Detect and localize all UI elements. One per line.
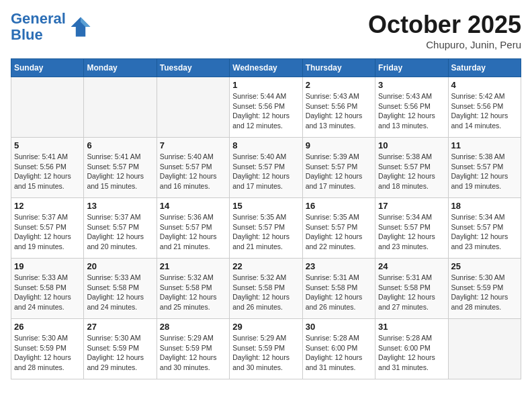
day-number: 17 [378,201,445,211]
calendar-table: SundayMondayTuesdayWednesdayThursdayFrid… [11,58,521,379]
day-info: Sunrise: 5:35 AMSunset: 5:57 PMDaylight:… [232,212,299,252]
calendar-cell: 13Sunrise: 5:37 AMSunset: 5:57 PMDayligh… [84,198,157,259]
title-area: October 2025 Chupuro, Junin, Peru [368,11,521,50]
calendar-cell: 11Sunrise: 5:38 AMSunset: 5:57 PMDayligh… [448,138,521,198]
calendar-cell: 23Sunrise: 5:31 AMSunset: 5:58 PMDayligh… [302,259,375,319]
calendar-cell: 2Sunrise: 5:43 AMSunset: 5:56 PMDaylight… [302,77,375,138]
day-number: 30 [306,322,372,332]
calendar-cell: 24Sunrise: 5:31 AMSunset: 5:58 PMDayligh… [375,259,448,319]
day-number: 20 [87,261,153,271]
day-number: 1 [232,80,299,90]
calendar-cell: 20Sunrise: 5:33 AMSunset: 5:58 PMDayligh… [84,259,157,319]
day-number: 13 [87,201,153,211]
calendar-cell: 18Sunrise: 5:34 AMSunset: 5:57 PMDayligh… [448,198,521,259]
calendar-cell: 30Sunrise: 5:28 AMSunset: 6:00 PMDayligh… [302,319,375,379]
day-info: Sunrise: 5:28 AMSunset: 6:00 PMDaylight:… [306,333,372,373]
calendar-cell: 26Sunrise: 5:30 AMSunset: 5:59 PMDayligh… [11,319,84,379]
calendar-cell: 10Sunrise: 5:38 AMSunset: 5:57 PMDayligh… [375,138,448,198]
calendar-cell: 22Sunrise: 5:32 AMSunset: 5:58 PMDayligh… [230,259,302,319]
weekday-header: Tuesday [157,59,229,77]
day-number: 29 [232,322,299,332]
calendar-cell: 4Sunrise: 5:42 AMSunset: 5:56 PMDaylight… [448,77,521,138]
calendar-cell: 3Sunrise: 5:43 AMSunset: 5:56 PMDaylight… [375,77,448,138]
weekday-header: Saturday [448,59,521,77]
calendar-cell [11,77,84,138]
month-title: October 2025 [368,11,521,39]
calendar-cell: 8Sunrise: 5:40 AMSunset: 5:57 PMDaylight… [230,138,302,198]
day-number: 6 [87,140,153,150]
day-number: 19 [14,261,81,271]
day-info: Sunrise: 5:40 AMSunset: 5:57 PMDaylight:… [232,152,299,191]
day-info: Sunrise: 5:41 AMSunset: 5:57 PMDaylight:… [87,152,153,191]
logo-icon [69,15,93,39]
day-number: 25 [451,261,518,271]
weekday-header: Friday [375,59,448,77]
day-info: Sunrise: 5:42 AMSunset: 5:56 PMDaylight:… [451,91,518,131]
day-info: Sunrise: 5:34 AMSunset: 5:57 PMDaylight:… [451,212,518,252]
day-info: Sunrise: 5:35 AMSunset: 5:57 PMDaylight:… [306,212,372,252]
calendar-cell [157,77,229,138]
day-info: Sunrise: 5:43 AMSunset: 5:56 PMDaylight:… [378,91,445,131]
weekday-header: Sunday [11,59,84,77]
day-number: 2 [306,80,372,90]
calendar-cell [84,77,157,138]
day-number: 27 [87,322,153,332]
day-number: 16 [306,201,372,211]
day-number: 9 [306,140,372,150]
calendar-cell: 1Sunrise: 5:44 AMSunset: 5:56 PMDaylight… [230,77,302,138]
calendar-cell: 7Sunrise: 5:40 AMSunset: 5:57 PMDaylight… [157,138,229,198]
day-number: 7 [160,140,226,150]
day-info: Sunrise: 5:32 AMSunset: 5:58 PMDaylight:… [160,273,226,312]
day-info: Sunrise: 5:32 AMSunset: 5:58 PMDaylight:… [232,273,299,312]
day-info: Sunrise: 5:33 AMSunset: 5:58 PMDaylight:… [14,273,81,312]
logo-text: General Blue [11,11,66,43]
day-number: 23 [306,261,372,271]
day-number: 5 [14,140,81,150]
calendar-cell: 21Sunrise: 5:32 AMSunset: 5:58 PMDayligh… [157,259,229,319]
day-number: 26 [14,322,81,332]
day-number: 28 [160,322,226,332]
calendar-cell [448,319,521,379]
calendar-cell: 25Sunrise: 5:30 AMSunset: 5:59 PMDayligh… [448,259,521,319]
day-info: Sunrise: 5:40 AMSunset: 5:57 PMDaylight:… [160,152,226,191]
day-info: Sunrise: 5:36 AMSunset: 5:57 PMDaylight:… [160,212,226,252]
day-number: 12 [14,201,81,211]
day-number: 11 [451,140,518,150]
logo: General Blue [11,11,93,43]
day-number: 31 [378,322,445,332]
calendar-cell: 6Sunrise: 5:41 AMSunset: 5:57 PMDaylight… [84,138,157,198]
location-subtitle: Chupuro, Junin, Peru [368,39,521,50]
day-info: Sunrise: 5:34 AMSunset: 5:57 PMDaylight:… [378,212,445,252]
day-number: 4 [451,80,518,90]
day-info: Sunrise: 5:37 AMSunset: 5:57 PMDaylight:… [14,212,81,252]
day-info: Sunrise: 5:30 AMSunset: 5:59 PMDaylight:… [87,333,153,373]
day-info: Sunrise: 5:30 AMSunset: 5:59 PMDaylight:… [14,333,81,373]
day-number: 24 [378,261,445,271]
weekday-header: Monday [84,59,157,77]
day-number: 8 [232,140,299,150]
weekday-header: Wednesday [230,59,302,77]
day-info: Sunrise: 5:29 AMSunset: 5:59 PMDaylight:… [160,333,226,373]
day-info: Sunrise: 5:37 AMSunset: 5:57 PMDaylight:… [87,212,153,252]
day-info: Sunrise: 5:30 AMSunset: 5:59 PMDaylight:… [451,273,518,312]
calendar-cell: 31Sunrise: 5:28 AMSunset: 6:00 PMDayligh… [375,319,448,379]
day-info: Sunrise: 5:29 AMSunset: 5:59 PMDaylight:… [232,333,299,373]
day-info: Sunrise: 5:33 AMSunset: 5:58 PMDaylight:… [87,273,153,312]
day-number: 14 [160,201,226,211]
calendar-cell: 27Sunrise: 5:30 AMSunset: 5:59 PMDayligh… [84,319,157,379]
day-info: Sunrise: 5:38 AMSunset: 5:57 PMDaylight:… [451,152,518,191]
calendar-cell: 12Sunrise: 5:37 AMSunset: 5:57 PMDayligh… [11,198,84,259]
calendar-cell: 29Sunrise: 5:29 AMSunset: 5:59 PMDayligh… [230,319,302,379]
day-info: Sunrise: 5:41 AMSunset: 5:56 PMDaylight:… [14,152,81,191]
calendar-cell: 9Sunrise: 5:39 AMSunset: 5:57 PMDaylight… [302,138,375,198]
calendar-cell: 17Sunrise: 5:34 AMSunset: 5:57 PMDayligh… [375,198,448,259]
day-number: 15 [232,201,299,211]
day-info: Sunrise: 5:38 AMSunset: 5:57 PMDaylight:… [378,152,445,191]
calendar-cell: 16Sunrise: 5:35 AMSunset: 5:57 PMDayligh… [302,198,375,259]
day-number: 3 [378,80,445,90]
day-info: Sunrise: 5:31 AMSunset: 5:58 PMDaylight:… [378,273,445,312]
calendar-cell: 15Sunrise: 5:35 AMSunset: 5:57 PMDayligh… [230,198,302,259]
calendar-cell: 28Sunrise: 5:29 AMSunset: 5:59 PMDayligh… [157,319,229,379]
day-number: 22 [232,261,299,271]
day-info: Sunrise: 5:31 AMSunset: 5:58 PMDaylight:… [306,273,372,312]
